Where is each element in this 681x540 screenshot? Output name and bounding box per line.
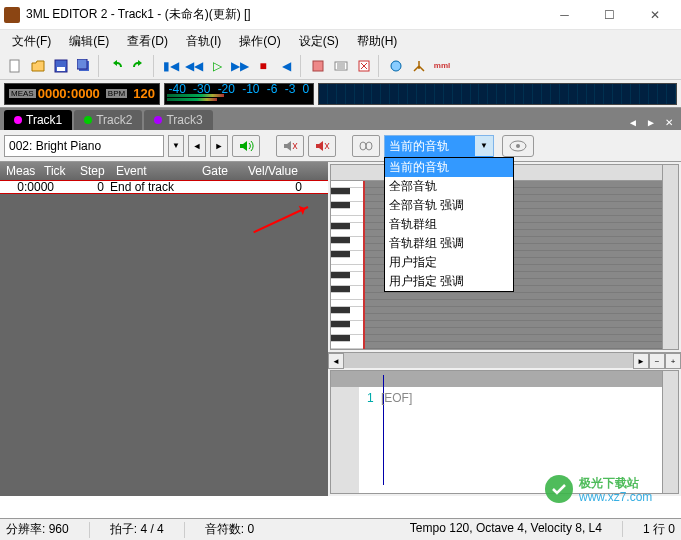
tool4-icon[interactable]: [385, 55, 407, 77]
nav-next-icon[interactable]: ►: [210, 135, 228, 157]
tool5-icon[interactable]: [408, 55, 430, 77]
instrument-select[interactable]: 002: Bright Piano: [4, 135, 164, 157]
save-all-icon[interactable]: [73, 55, 95, 77]
status-notes: 音符数: 0: [205, 521, 254, 538]
menu-edit[interactable]: 编辑(E): [61, 31, 117, 52]
track-color-icon: [14, 116, 22, 124]
status-resolution: 分辨率: 960: [6, 521, 69, 538]
tool2-icon[interactable]: [330, 55, 352, 77]
save-icon[interactable]: [50, 55, 72, 77]
window-title: 3ML EDITOR 2 - Track1 - (未命名)(更新) []: [26, 6, 542, 23]
statusbar: 分辨率: 960 拍子: 4 / 4 音符数: 0 Tempo 120, Oct…: [0, 518, 681, 540]
instrument-dropdown-icon[interactable]: ▼: [168, 135, 184, 157]
event-row[interactable]: 0:0000 0 End of track 0: [0, 180, 328, 194]
track-toolbar: 002: Bright Piano ▼ ◄ ► 当前的音轨 ▼ 当前的音轨 全部…: [0, 130, 681, 162]
tab-prev-icon[interactable]: ◄: [625, 114, 641, 130]
level-meter: -40 -30 -20 -10 -6 -3 0: [164, 83, 314, 105]
prev-icon[interactable]: ◀◀: [183, 55, 205, 77]
svg-rect-2: [57, 67, 65, 71]
mml-editor[interactable]: 1 [EOF]: [359, 371, 662, 493]
maximize-button[interactable]: ☐: [587, 1, 632, 29]
close-button[interactable]: ✕: [632, 1, 677, 29]
speaker-on-icon[interactable]: [232, 135, 260, 157]
tool1-icon[interactable]: [307, 55, 329, 77]
eof-marker: [EOF]: [381, 391, 412, 405]
menu-track[interactable]: 音轨(I): [178, 31, 229, 52]
tab-track1[interactable]: Track1: [4, 110, 72, 130]
dropdown-option[interactable]: 用户指定 强调: [385, 272, 513, 291]
titlebar: 3ML EDITOR 2 - Track1 - (未命名)(更新) [] ─ ☐…: [0, 0, 681, 30]
tab-track2[interactable]: Track2: [74, 110, 142, 130]
status-beat: 拍子: 4 / 4: [110, 521, 164, 538]
svg-rect-0: [10, 60, 19, 72]
menubar: 文件(F) 编辑(E) 查看(D) 音轨(I) 操作(O) 设定(S) 帮助(H…: [0, 30, 681, 52]
tool3-icon[interactable]: [353, 55, 375, 77]
visibility-icon[interactable]: [502, 135, 534, 157]
link-icon[interactable]: [352, 135, 380, 157]
dropdown-option[interactable]: 当前的音轨: [385, 158, 513, 177]
dropdown-option[interactable]: 音轨群组 强调: [385, 234, 513, 253]
main-area: Meas Tick Step Event Gate Vel/Value 0:00…: [0, 162, 681, 496]
new-file-icon[interactable]: [4, 55, 26, 77]
svg-point-10: [366, 142, 372, 150]
meas-label: MEAS: [9, 89, 36, 98]
undo-icon[interactable]: [105, 55, 127, 77]
scrollbar-vertical[interactable]: [662, 165, 678, 349]
scrollbar-vertical[interactable]: [662, 371, 678, 493]
piano-roll-side: [331, 165, 363, 349]
menu-settings[interactable]: 设定(S): [291, 31, 347, 52]
piano-keyboard[interactable]: [331, 181, 363, 349]
zoom-out-icon[interactable]: −: [649, 353, 665, 369]
svg-point-12: [516, 144, 520, 148]
play-icon[interactable]: ▷: [206, 55, 228, 77]
next-icon[interactable]: ▶▶: [229, 55, 251, 77]
svg-rect-5: [313, 61, 323, 71]
keyboard-strip[interactable]: [318, 83, 677, 105]
rewind-icon[interactable]: ▮◀: [160, 55, 182, 77]
speaker-mute-icon[interactable]: [276, 135, 304, 157]
open-file-icon[interactable]: [27, 55, 49, 77]
status-position: 1 行 0: [643, 521, 675, 538]
mml-gutter: [331, 371, 359, 493]
svg-rect-4: [77, 59, 87, 69]
dropdown-option[interactable]: 全部音轨 强调: [385, 196, 513, 215]
event-list-panel: Meas Tick Step Event Gate Vel/Value 0:00…: [0, 162, 328, 496]
menu-operate[interactable]: 操作(O): [231, 31, 288, 52]
mml-icon[interactable]: mml: [431, 55, 453, 77]
dropdown-option[interactable]: 用户指定: [385, 253, 513, 272]
svg-point-8: [391, 61, 401, 71]
scroll-left-icon[interactable]: ◄: [328, 353, 344, 369]
dropdown-option[interactable]: 全部音轨: [385, 177, 513, 196]
dropdown-option[interactable]: 音轨群组: [385, 215, 513, 234]
nav-prev-icon[interactable]: ◄: [188, 135, 206, 157]
pause-icon[interactable]: ◀: [275, 55, 297, 77]
scrollbar-horizontal[interactable]: ◄ ► − +: [328, 352, 681, 368]
position-counter: MEAS 0000:0000 BPM 120: [4, 83, 160, 105]
zoom-in-icon[interactable]: +: [665, 353, 681, 369]
piano-ruler: [331, 165, 363, 181]
minimize-button[interactable]: ─: [542, 1, 587, 29]
event-list-body[interactable]: [0, 194, 328, 496]
redo-icon[interactable]: [128, 55, 150, 77]
track-tabbar: Track1 Track2 Track3 ◄ ► ✕: [0, 108, 681, 130]
main-toolbar: ▮◀ ◀◀ ▷ ▶▶ ■ ◀ mml: [0, 52, 681, 80]
bpm-label: BPM: [106, 89, 127, 98]
chevron-down-icon[interactable]: ▼: [475, 136, 493, 156]
menu-file[interactable]: 文件(F): [4, 31, 59, 52]
speaker-solo-icon[interactable]: [308, 135, 336, 157]
event-list-header: Meas Tick Step Event Gate Vel/Value: [0, 162, 328, 180]
tab-track3[interactable]: Track3: [144, 110, 212, 130]
meas-value: 0000:0000: [38, 86, 100, 101]
line-number: 1: [367, 391, 374, 405]
dropdown-list: 当前的音轨 全部音轨 全部音轨 强调 音轨群组 音轨群组 强调 用户指定 用户指…: [384, 157, 514, 292]
bpm-value: 120: [133, 86, 155, 101]
status-tempo-info: Tempo 120, Octave 4, Velocity 8, L4: [410, 521, 602, 538]
display-mode-dropdown[interactable]: 当前的音轨 ▼ 当前的音轨 全部音轨 全部音轨 强调 音轨群组 音轨群组 强调 …: [384, 135, 494, 157]
menu-help[interactable]: 帮助(H): [349, 31, 406, 52]
track-color-icon: [154, 116, 162, 124]
stop-icon[interactable]: ■: [252, 55, 274, 77]
tab-next-icon[interactable]: ►: [643, 114, 659, 130]
menu-view[interactable]: 查看(D): [119, 31, 176, 52]
tab-close-icon[interactable]: ✕: [661, 114, 677, 130]
scroll-right-icon[interactable]: ►: [633, 353, 649, 369]
